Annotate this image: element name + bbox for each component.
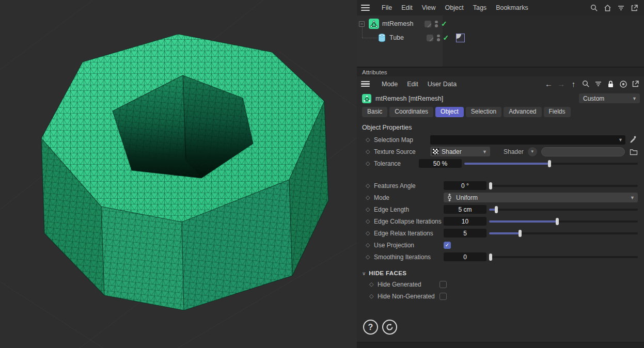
lock-icon[interactable] <box>606 80 615 88</box>
menu-edit[interactable]: Edit <box>397 4 417 11</box>
new-window-icon[interactable] <box>630 4 639 12</box>
shader-input[interactable] <box>541 147 625 156</box>
smoothing-slider[interactable] <box>489 254 638 261</box>
object-row-tube[interactable]: Tube ✓ <box>378 31 465 44</box>
features-angle-field[interactable]: 0 ° <box>444 181 486 190</box>
phong-tag-icon[interactable] <box>456 34 465 42</box>
new-window-icon[interactable] <box>631 80 640 88</box>
row-use-projection: ◇ Use Projection ✓ <box>357 239 644 251</box>
selection-map-label: Selection Map <box>374 136 430 144</box>
menu-file[interactable]: File <box>377 4 397 11</box>
hide-generated-checkbox[interactable]: ✓ <box>439 281 447 288</box>
edge-collapse-label: Edge Collapse Iterations <box>374 218 444 225</box>
features-angle-label: Features Angle <box>374 182 444 189</box>
eyedropper-icon[interactable] <box>629 135 638 144</box>
menu-edit[interactable]: Edit <box>402 81 423 88</box>
uniform-mode-icon <box>447 194 452 201</box>
home-icon[interactable] <box>603 4 612 12</box>
tab-selection[interactable]: Selection <box>466 107 501 117</box>
use-projection-checkbox[interactable]: ✓ <box>444 242 451 249</box>
mode-value: Uniform <box>456 194 478 201</box>
menu-view[interactable]: View <box>417 4 441 11</box>
object-name[interactable]: mtRemesh <box>382 20 413 27</box>
texture-source-label: Texture Source <box>374 148 430 155</box>
visibility-dots-icon[interactable] <box>435 21 438 27</box>
hamburger-menu-icon[interactable] <box>361 5 370 11</box>
remesh-icon[interactable] <box>369 19 379 29</box>
mode-dropdown[interactable]: Uniform ▼ <box>444 193 638 202</box>
tolerance-field[interactable]: 50 % <box>419 159 462 168</box>
hamburger-menu-icon[interactable] <box>361 81 370 87</box>
edge-collapse-field[interactable]: 10 <box>444 217 486 226</box>
tolerance-label: Tolerance <box>374 160 419 167</box>
focus-target-icon[interactable] <box>619 80 627 88</box>
reset-icon[interactable] <box>382 320 397 335</box>
row-mode: ◇ Mode Uniform ▼ <box>357 192 644 203</box>
row-tolerance: ◇ Tolerance 50 % <box>357 157 644 169</box>
diamond-icon: ◇ <box>366 182 374 189</box>
hide-non-generated-checkbox[interactable]: ✓ <box>439 293 447 300</box>
up-arrow-icon[interactable]: ↑ <box>569 80 578 88</box>
tab-advanced[interactable]: Advanced <box>504 107 541 117</box>
enabled-check-icon[interactable]: ✓ <box>441 20 447 28</box>
row-edge-length: ◇ Edge Length 5 cm <box>357 203 644 215</box>
shader-dropdown-button[interactable]: ▼ <box>528 147 537 156</box>
object-title: mtRemesh [mtRemesh] <box>375 95 443 102</box>
edge-length-slider[interactable] <box>489 206 638 213</box>
tab-object[interactable]: Object <box>435 107 464 117</box>
menu-bookmarks[interactable]: Bookmarks <box>491 4 533 11</box>
tab-coordinates[interactable]: Coordinates <box>389 107 433 117</box>
hide-generated-label: Hide Generated <box>378 281 439 288</box>
remeshed-tube-render <box>0 0 357 348</box>
object-manager-tag-column <box>443 15 644 67</box>
chevron-down-icon: ∨ <box>362 271 366 276</box>
texture-source-dropdown[interactable]: Shader ▼ <box>430 147 490 156</box>
back-arrow-icon[interactable]: ← <box>544 80 553 88</box>
viewport-3d[interactable] <box>0 0 357 348</box>
tolerance-slider[interactable] <box>464 160 638 167</box>
chevron-down-icon[interactable]: ▼ <box>618 137 623 143</box>
menu-mode[interactable]: Mode <box>377 81 402 88</box>
tube-icon[interactable] <box>378 33 386 43</box>
row-selection-map: ◇ Selection Map ▼ <box>357 134 644 146</box>
row-features-angle: ◇ Features Angle 0 ° <box>357 180 644 192</box>
preset-dropdown[interactable]: Custom ▼ <box>579 93 640 103</box>
object-manager: − mtRemesh ✓ Tube ✓ <box>357 15 644 67</box>
layer-toggle-icon[interactable] <box>427 35 433 41</box>
smoothing-field[interactable]: 0 <box>444 252 486 261</box>
use-projection-label: Use Projection <box>374 242 444 249</box>
collapse-expander-icon[interactable]: − <box>359 21 365 27</box>
search-icon[interactable] <box>582 80 590 88</box>
filter-icon[interactable] <box>594 80 603 88</box>
selection-map-input[interactable]: ▼ <box>430 135 625 145</box>
menu-object[interactable]: Object <box>441 4 468 11</box>
tab-fields[interactable]: Fields <box>544 107 571 117</box>
tab-basic[interactable]: Basic <box>362 107 387 117</box>
shader-checker-icon <box>432 148 439 155</box>
edge-relax-slider[interactable] <box>489 230 638 237</box>
menu-tags[interactable]: Tags <box>468 4 491 11</box>
features-angle-slider[interactable] <box>489 182 638 189</box>
smoothing-label: Smoothing Iterations <box>374 254 444 261</box>
edge-relax-field[interactable]: 5 <box>444 229 486 238</box>
object-row-mtremesh[interactable]: − mtRemesh ✓ <box>359 17 447 30</box>
help-icon[interactable]: ? <box>363 320 378 335</box>
layer-toggle-icon[interactable] <box>425 21 431 27</box>
preset-value: Custom <box>583 95 604 102</box>
folder-icon[interactable] <box>629 147 638 156</box>
chevron-down-icon: ▼ <box>630 195 635 200</box>
diamond-icon: ◇ <box>366 206 374 213</box>
forward-arrow-icon[interactable]: → <box>557 80 566 88</box>
enabled-check-icon[interactable]: ✓ <box>443 34 449 42</box>
hide-faces-header[interactable]: ∨ HIDE FACES <box>362 270 644 276</box>
diamond-icon: ◇ <box>366 194 374 201</box>
shader-label: Shader <box>504 148 524 155</box>
hide-faces-title: HIDE FACES <box>369 270 406 276</box>
edge-collapse-slider[interactable] <box>489 218 638 225</box>
menu-user-data[interactable]: User Data <box>423 81 461 88</box>
object-name[interactable]: Tube <box>389 34 404 41</box>
edge-length-field[interactable]: 5 cm <box>444 205 486 214</box>
filter-icon[interactable] <box>617 4 625 12</box>
search-icon[interactable] <box>590 4 599 12</box>
visibility-dots-icon[interactable] <box>437 35 440 41</box>
